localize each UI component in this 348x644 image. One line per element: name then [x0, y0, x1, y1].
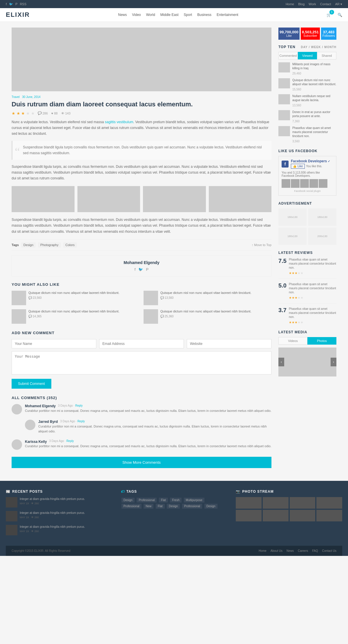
reply-link-2[interactable]: Reply — [77, 420, 85, 423]
tag-photography[interactable]: Photography — [38, 242, 61, 248]
search-icon[interactable]: 🔍 — [338, 13, 342, 17]
article-meta: Travel 30 June, 2014 — [12, 95, 271, 99]
footer-nav-faq[interactable]: FAQ — [312, 549, 318, 552]
footer-nav-careers[interactable]: Careers — [298, 549, 308, 552]
nav-business[interactable]: Business — [197, 13, 211, 17]
nav-middle-east[interactable]: Middle East — [160, 13, 179, 17]
comment-count: 💬 286 — [38, 111, 48, 115]
nav-contact[interactable]: Contact — [320, 2, 331, 6]
tag-design[interactable]: Design — [21, 242, 36, 248]
top-ten-item-title[interactable]: Quisque dictum nisl non nunc aliquot vit… — [292, 78, 336, 86]
media-prev-button[interactable]: ‹ — [278, 358, 284, 366]
highlight-link[interactable]: sagittis vestibulum — [105, 120, 133, 124]
list-item: Donec in erat ac purus auctor porta posu… — [278, 110, 336, 123]
footer-post-title-2[interactable]: Integer at diam gravida fringilla nibh p… — [20, 511, 85, 515]
author-pinterest[interactable]: P — [146, 267, 148, 272]
footer-tag-9[interactable]: Design — [167, 504, 180, 509]
nav-blog[interactable]: Blog — [298, 2, 304, 6]
reply-link-3[interactable]: Reply — [66, 439, 74, 443]
nav-sport[interactable]: Sport — [184, 13, 192, 17]
logo[interactable]: ELIXIR — [6, 11, 30, 19]
footer-tag-3[interactable]: Flat — [159, 498, 168, 503]
footer-post-title-1[interactable]: Integer at diam gravida fringilla nibh p… — [20, 497, 85, 501]
fb-like-box: f Facebook Developers ✓ 👍 Like You like … — [278, 156, 336, 196]
top-ten-text-5: Phasellus vitae quam sit amet mauris pla… — [292, 126, 336, 143]
tab-photos[interactable]: Photos — [307, 337, 336, 345]
comments-section: ALL COMMENTS (352) Mohamed Elgendy 3 Day… — [12, 396, 271, 450]
footer-tag-11[interactable]: Design — [204, 504, 217, 509]
tab-videos[interactable]: Videos — [278, 337, 307, 345]
tag-colors[interactable]: Colors — [63, 242, 77, 248]
author-facebook[interactable]: f — [135, 267, 136, 272]
youtube-stat[interactable]: 8,503,251 Subscriber — [301, 28, 320, 40]
footer-tag-6[interactable]: Professional — [122, 504, 142, 509]
author-twitter[interactable]: 🐦 — [138, 267, 143, 272]
footer-tag-8[interactable]: Flat — [156, 504, 165, 509]
email-input[interactable] — [99, 339, 184, 348]
message-textarea[interactable] — [12, 351, 271, 374]
footer-nav-news[interactable]: News — [287, 549, 294, 552]
cart-icon[interactable]: 🛒1 — [327, 13, 334, 17]
footer-tag-4[interactable]: Fresh — [170, 498, 182, 503]
top-ten-item-title[interactable]: Phasellus vitae quam sit amet mauris pla… — [292, 126, 336, 138]
review-score-1: 7.5 — [278, 258, 287, 264]
top-ten-item-title[interactable]: Militants post images of mass killing in… — [292, 62, 336, 70]
latest-media-section: LATEST MEDIA Videos Photos ‹ › — [278, 330, 336, 376]
twitter-icon[interactable]: 🐦 — [9, 2, 13, 6]
star-3: ★ — [21, 111, 25, 116]
rating-stars[interactable]: ★ ★ ★ ★ ★ — [12, 111, 35, 116]
submit-comment-button[interactable]: Submit Comment — [12, 379, 51, 389]
footer-post-title-3[interactable]: Integer at diam gravida fringilla nibh p… — [20, 525, 85, 529]
media-next-button[interactable]: › — [331, 358, 336, 366]
related-text-4: Quisque dictum nisl non nunc aliquot vit… — [160, 309, 251, 324]
grid-image-2 — [77, 186, 140, 212]
show-more-comments-button[interactable]: Show More Comments — [12, 457, 271, 468]
footer-tag-7[interactable]: New — [144, 504, 153, 509]
facebook-icon[interactable]: f — [6, 2, 7, 6]
fb-like-button[interactable]: 👍 Like — [291, 164, 305, 169]
tags-label: Tags — [12, 243, 19, 247]
nav-news[interactable]: News — [118, 13, 127, 17]
footer-bottom: Copyright ©2015 ELIXIR. All Rights Reser… — [6, 546, 342, 556]
ad-box-1: 180x130 — [278, 208, 307, 226]
tab-commented[interactable]: Commented — [278, 52, 298, 59]
footer-tag-10[interactable]: Professional — [182, 504, 202, 509]
reply-link-1[interactable]: Reply — [75, 404, 83, 407]
filter-week[interactable]: WEEK — [311, 46, 321, 49]
website-input[interactable] — [187, 339, 271, 348]
move-top-link[interactable]: ↑ Move to Top — [252, 243, 271, 247]
twitter-stat[interactable]: 37,483 Followers — [321, 28, 336, 40]
footer-tag-2[interactable]: Professional — [137, 498, 157, 503]
nav-home[interactable]: Home — [286, 2, 294, 6]
pinterest-icon[interactable]: P — [15, 2, 17, 6]
nav-world[interactable]: World — [146, 13, 155, 17]
related-stats-1: 💬 23,560 — [28, 296, 119, 299]
star-4: ★ — [26, 111, 30, 116]
rss-icon[interactable]: RSS — [20, 2, 26, 6]
footer-nav-contact[interactable]: Contact Us — [322, 549, 336, 552]
comment-author-3: Karissa Kelly — [25, 440, 47, 444]
top-ten-item-title[interactable]: Nullam vestibulum neque sed augue iaculi… — [292, 94, 336, 102]
tab-shared[interactable]: Shared — [317, 52, 336, 59]
facebook-stat[interactable]: 99,700,000 Like — [278, 28, 300, 40]
top-bar: f 🐦 P RSS Home Blog Work Contact AR ▾ — [0, 0, 348, 8]
filter-month[interactable]: MONTH — [324, 46, 336, 49]
name-input[interactable] — [12, 339, 96, 348]
article-category[interactable]: Travel — [12, 95, 19, 99]
filter-day[interactable]: DAY — [301, 46, 308, 49]
footer-nav-about[interactable]: About Us — [271, 549, 282, 552]
ad-grid: 180x130 180x130 180x130 200x130 — [278, 208, 336, 245]
language-selector[interactable]: AR ▾ — [335, 2, 342, 6]
nav-video[interactable]: Video — [132, 13, 141, 17]
footer: 📰 Recent Posts Integer at diam gravida f… — [0, 481, 348, 556]
footer-tag-5[interactable]: Multipurpose — [184, 498, 204, 503]
footer-post-text-3: Integer at diam gravida fringilla nibh p… — [20, 525, 85, 535]
top-ten-views-4: 7,360 — [292, 120, 300, 123]
footer-nav-home[interactable]: Home — [259, 549, 267, 552]
footer-tag-1[interactable]: Design — [122, 498, 135, 503]
tab-viewed[interactable]: Viewed — [298, 52, 317, 59]
nav-work[interactable]: Work — [309, 2, 316, 6]
top-ten-item-title[interactable]: Donec in erat ac purus auctor porta posu… — [292, 110, 336, 118]
nav-entertainment[interactable]: Entertainment — [217, 13, 238, 17]
top-ten-thumb-2 — [278, 78, 290, 88]
